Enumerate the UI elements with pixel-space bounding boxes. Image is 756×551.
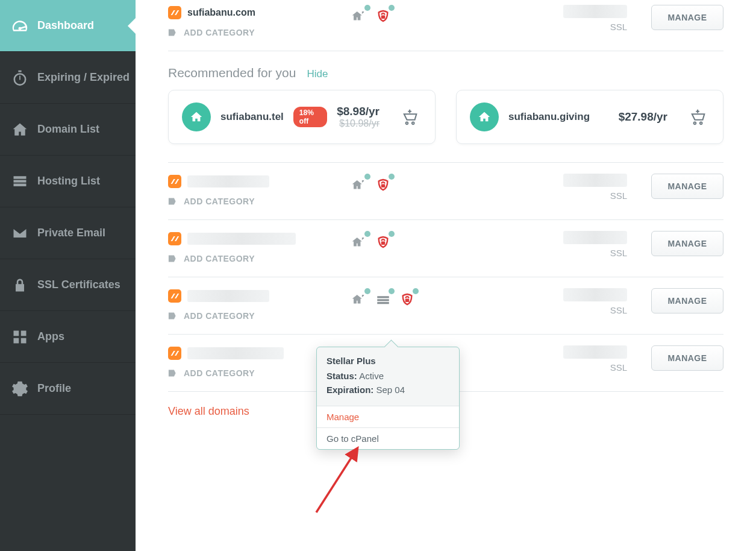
sidebar-item-dashboard[interactable]: Dashboard: [0, 0, 136, 52]
recommended-price: $27.98/yr: [619, 110, 667, 124]
server-icon: [11, 172, 29, 190]
gauge-icon: [11, 17, 29, 35]
ssl-product-icon[interactable]: [397, 291, 417, 309]
home-icon: [470, 102, 499, 131]
manage-button[interactable]: MANAGE: [651, 174, 723, 199]
add-to-cart-button[interactable]: [400, 106, 422, 128]
recommended-price: $8.98/yr $10.98/yr: [337, 105, 380, 129]
redacted-expiry: [563, 174, 627, 187]
sidebar-item-label: Profile: [37, 382, 71, 395]
sidebar-item-profile[interactable]: Profile: [0, 363, 136, 415]
expiry-cell: SSL: [469, 5, 651, 32]
domain-row: ADD CATEGORY SSL MANAGE: [168, 220, 723, 277]
domain-row: ADD CATEGORY SSL MANAGE: [168, 162, 723, 220]
redacted-domain: [187, 347, 284, 359]
svg-line-4: [316, 449, 357, 512]
ssl-note: SSL: [610, 305, 627, 315]
gear-icon: [11, 380, 29, 398]
recommended-title: Recommended for you: [168, 66, 296, 80]
main-content: sufiabanu.com ADD CATEGORY SSL MANAGE Re…: [136, 0, 756, 551]
sidebar-item-label: Dashboard: [37, 19, 94, 32]
svg-rect-1: [381, 184, 386, 187]
namecheap-icon: [168, 232, 181, 245]
manage-button[interactable]: MANAGE: [651, 288, 723, 313]
domain-product-icon[interactable]: [349, 291, 369, 309]
sidebar-item-label: SSL Certificates: [37, 279, 120, 291]
sidebar-item-label: Hosting List: [37, 175, 100, 187]
popover-manage-link[interactable]: Manage: [317, 406, 459, 427]
sidebar-item-apps[interactable]: Apps: [0, 311, 136, 363]
recommended-grid: sufiabanu.tel 18% off $8.98/yr $10.98/yr…: [168, 90, 723, 162]
products-cell: [349, 174, 469, 194]
recommended-domain[interactable]: sufiabanu.giving: [508, 111, 590, 123]
domain-name[interactable]: [168, 174, 349, 189]
sidebar-item-label: Apps: [37, 330, 64, 343]
sidebar: Dashboard Expiring / Expired Domain List…: [0, 0, 136, 551]
redacted-domain: [187, 290, 269, 302]
hosting-popover: Stellar Plus Status: Active Expiration: …: [316, 347, 460, 450]
redacted-expiry: [563, 345, 627, 359]
domain-product-icon[interactable]: [349, 7, 369, 25]
discount-badge: 18% off: [293, 107, 327, 127]
namecheap-icon: [168, 6, 181, 19]
sidebar-item-private-email[interactable]: Private Email: [0, 207, 136, 259]
domain-row: sufiabanu.com ADD CATEGORY SSL MANAGE: [168, 0, 723, 51]
popover-status: Status: Active: [326, 371, 449, 381]
recommended-domain[interactable]: sufiabanu.tel: [220, 111, 284, 123]
domain-name[interactable]: sufiabanu.com: [168, 5, 349, 20]
domain-name[interactable]: [168, 231, 349, 247]
svg-rect-3: [405, 298, 410, 302]
add-to-cart-button[interactable]: [688, 106, 710, 128]
home-icon: [11, 121, 29, 139]
products-cell: [349, 288, 469, 309]
domain-product-icon[interactable]: [349, 233, 369, 251]
redacted-expiry: [563, 231, 627, 244]
sidebar-item-ssl[interactable]: SSL Certificates: [0, 259, 136, 311]
redacted-domain: [187, 233, 296, 245]
manage-button[interactable]: MANAGE: [651, 5, 723, 30]
ssl-note: SSL: [610, 190, 627, 201]
ssl-note: SSL: [610, 362, 627, 373]
svg-rect-0: [381, 15, 386, 19]
stopwatch-icon: [11, 69, 29, 87]
add-category-link[interactable]: ADD CATEGORY: [168, 311, 349, 321]
manage-button[interactable]: MANAGE: [651, 231, 723, 256]
recommended-card: sufiabanu.tel 18% off $8.98/yr $10.98/yr: [168, 90, 436, 144]
ssl-product-icon[interactable]: [373, 233, 393, 251]
recommended-hide-link[interactable]: Hide: [307, 68, 328, 80]
lock-icon: [11, 276, 29, 294]
hosting-product-icon[interactable]: [373, 291, 393, 309]
add-category-link[interactable]: ADD CATEGORY: [168, 28, 349, 37]
manage-button[interactable]: MANAGE: [651, 345, 723, 371]
namecheap-icon: [168, 175, 181, 188]
sidebar-item-hosting-list[interactable]: Hosting List: [0, 156, 136, 207]
sidebar-item-label: Expiring / Expired: [37, 71, 130, 84]
ssl-product-icon[interactable]: [373, 176, 393, 194]
ssl-note: SSL: [610, 22, 627, 32]
popover-expiration: Expiration: Sep 04: [326, 385, 449, 395]
apps-icon: [11, 328, 29, 346]
ssl-note: SSL: [610, 248, 627, 258]
namecheap-icon: [168, 347, 181, 360]
sidebar-item-domain-list[interactable]: Domain List: [0, 104, 136, 156]
domain-name[interactable]: [168, 288, 349, 304]
redacted-expiry: [563, 5, 627, 18]
sidebar-item-label: Domain List: [37, 123, 99, 136]
popover-title: Stellar Plus: [326, 356, 449, 366]
popover-cpanel-link[interactable]: Go to cPanel: [317, 427, 459, 449]
products-cell: [349, 231, 469, 251]
add-category-link[interactable]: ADD CATEGORY: [168, 197, 349, 206]
recommended-card: sufiabanu.giving $27.98/yr: [456, 90, 723, 144]
sidebar-item-label: Private Email: [37, 227, 105, 239]
products-cell: [349, 5, 469, 25]
ssl-product-icon[interactable]: [373, 7, 393, 25]
mail-icon: [11, 224, 29, 242]
recommended-heading: Recommended for you Hide: [168, 51, 723, 90]
redacted-domain: [187, 175, 269, 187]
domain-product-icon[interactable]: [349, 176, 369, 194]
add-category-link[interactable]: ADD CATEGORY: [168, 254, 349, 263]
svg-rect-2: [381, 241, 386, 245]
home-icon: [182, 102, 211, 131]
annotation-arrow-icon: [310, 440, 370, 518]
sidebar-item-expiring[interactable]: Expiring / Expired: [0, 52, 136, 104]
